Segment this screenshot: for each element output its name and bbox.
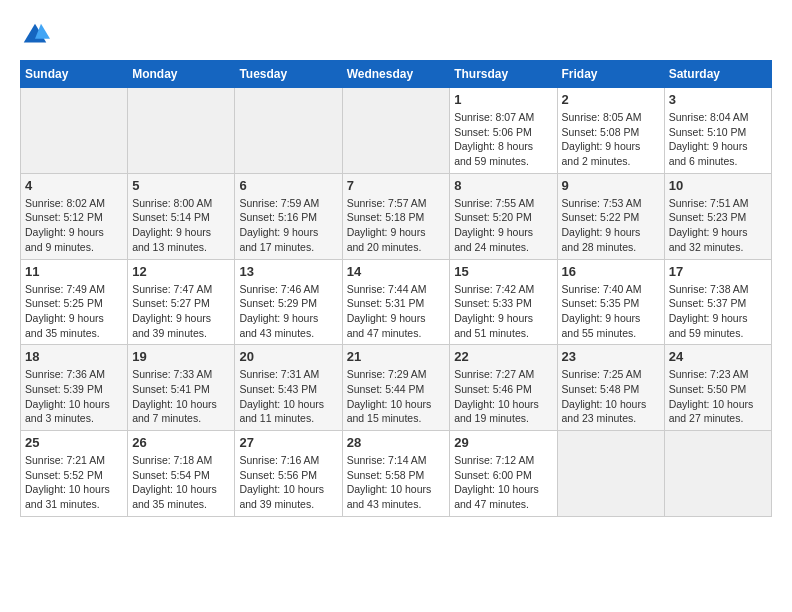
day-number: 16 (562, 264, 660, 279)
day-number: 12 (132, 264, 230, 279)
calendar-cell: 14Sunrise: 7:44 AM Sunset: 5:31 PM Dayli… (342, 259, 450, 345)
day-number: 26 (132, 435, 230, 450)
week-row-3: 18Sunrise: 7:36 AM Sunset: 5:39 PM Dayli… (21, 345, 772, 431)
calendar-cell: 10Sunrise: 7:51 AM Sunset: 5:23 PM Dayli… (664, 173, 771, 259)
day-header-saturday: Saturday (664, 61, 771, 88)
day-detail: Sunrise: 7:42 AM Sunset: 5:33 PM Dayligh… (454, 282, 552, 341)
day-number: 18 (25, 349, 123, 364)
day-number: 19 (132, 349, 230, 364)
calendar-cell: 3Sunrise: 8:04 AM Sunset: 5:10 PM Daylig… (664, 88, 771, 174)
day-detail: Sunrise: 7:33 AM Sunset: 5:41 PM Dayligh… (132, 367, 230, 426)
day-detail: Sunrise: 7:14 AM Sunset: 5:58 PM Dayligh… (347, 453, 446, 512)
calendar-cell (342, 88, 450, 174)
day-detail: Sunrise: 7:57 AM Sunset: 5:18 PM Dayligh… (347, 196, 446, 255)
day-detail: Sunrise: 7:40 AM Sunset: 5:35 PM Dayligh… (562, 282, 660, 341)
calendar-cell: 9Sunrise: 7:53 AM Sunset: 5:22 PM Daylig… (557, 173, 664, 259)
day-number: 2 (562, 92, 660, 107)
day-header-monday: Monday (128, 61, 235, 88)
day-detail: Sunrise: 7:46 AM Sunset: 5:29 PM Dayligh… (239, 282, 337, 341)
calendar-cell: 20Sunrise: 7:31 AM Sunset: 5:43 PM Dayli… (235, 345, 342, 431)
day-number: 17 (669, 264, 767, 279)
calendar-cell: 27Sunrise: 7:16 AM Sunset: 5:56 PM Dayli… (235, 431, 342, 517)
day-number: 27 (239, 435, 337, 450)
day-detail: Sunrise: 7:27 AM Sunset: 5:46 PM Dayligh… (454, 367, 552, 426)
calendar-cell: 7Sunrise: 7:57 AM Sunset: 5:18 PM Daylig… (342, 173, 450, 259)
day-number: 28 (347, 435, 446, 450)
week-row-2: 11Sunrise: 7:49 AM Sunset: 5:25 PM Dayli… (21, 259, 772, 345)
day-detail: Sunrise: 7:25 AM Sunset: 5:48 PM Dayligh… (562, 367, 660, 426)
calendar-cell: 17Sunrise: 7:38 AM Sunset: 5:37 PM Dayli… (664, 259, 771, 345)
calendar-cell: 12Sunrise: 7:47 AM Sunset: 5:27 PM Dayli… (128, 259, 235, 345)
day-detail: Sunrise: 7:21 AM Sunset: 5:52 PM Dayligh… (25, 453, 123, 512)
day-detail: Sunrise: 7:51 AM Sunset: 5:23 PM Dayligh… (669, 196, 767, 255)
day-detail: Sunrise: 7:23 AM Sunset: 5:50 PM Dayligh… (669, 367, 767, 426)
day-number: 20 (239, 349, 337, 364)
calendar-cell: 18Sunrise: 7:36 AM Sunset: 5:39 PM Dayli… (21, 345, 128, 431)
day-detail: Sunrise: 7:49 AM Sunset: 5:25 PM Dayligh… (25, 282, 123, 341)
day-number: 23 (562, 349, 660, 364)
day-detail: Sunrise: 7:38 AM Sunset: 5:37 PM Dayligh… (669, 282, 767, 341)
calendar-cell: 26Sunrise: 7:18 AM Sunset: 5:54 PM Dayli… (128, 431, 235, 517)
day-number: 25 (25, 435, 123, 450)
day-number: 6 (239, 178, 337, 193)
day-number: 10 (669, 178, 767, 193)
calendar-cell: 11Sunrise: 7:49 AM Sunset: 5:25 PM Dayli… (21, 259, 128, 345)
day-number: 22 (454, 349, 552, 364)
calendar-table: SundayMondayTuesdayWednesdayThursdayFrid… (20, 60, 772, 517)
day-number: 5 (132, 178, 230, 193)
day-detail: Sunrise: 7:31 AM Sunset: 5:43 PM Dayligh… (239, 367, 337, 426)
day-detail: Sunrise: 7:12 AM Sunset: 6:00 PM Dayligh… (454, 453, 552, 512)
calendar-cell (557, 431, 664, 517)
day-number: 4 (25, 178, 123, 193)
day-detail: Sunrise: 8:07 AM Sunset: 5:06 PM Dayligh… (454, 110, 552, 169)
calendar-cell: 13Sunrise: 7:46 AM Sunset: 5:29 PM Dayli… (235, 259, 342, 345)
day-header-wednesday: Wednesday (342, 61, 450, 88)
calendar-cell: 4Sunrise: 8:02 AM Sunset: 5:12 PM Daylig… (21, 173, 128, 259)
day-detail: Sunrise: 8:00 AM Sunset: 5:14 PM Dayligh… (132, 196, 230, 255)
calendar-cell: 16Sunrise: 7:40 AM Sunset: 5:35 PM Dayli… (557, 259, 664, 345)
day-number: 24 (669, 349, 767, 364)
day-number: 3 (669, 92, 767, 107)
day-number: 1 (454, 92, 552, 107)
day-number: 8 (454, 178, 552, 193)
day-detail: Sunrise: 7:36 AM Sunset: 5:39 PM Dayligh… (25, 367, 123, 426)
day-detail: Sunrise: 7:53 AM Sunset: 5:22 PM Dayligh… (562, 196, 660, 255)
day-detail: Sunrise: 7:29 AM Sunset: 5:44 PM Dayligh… (347, 367, 446, 426)
calendar-cell: 8Sunrise: 7:55 AM Sunset: 5:20 PM Daylig… (450, 173, 557, 259)
calendar-cell (128, 88, 235, 174)
day-number: 21 (347, 349, 446, 364)
calendar-cell: 29Sunrise: 7:12 AM Sunset: 6:00 PM Dayli… (450, 431, 557, 517)
calendar-cell (235, 88, 342, 174)
day-detail: Sunrise: 7:47 AM Sunset: 5:27 PM Dayligh… (132, 282, 230, 341)
day-number: 7 (347, 178, 446, 193)
calendar-cell: 1Sunrise: 8:07 AM Sunset: 5:06 PM Daylig… (450, 88, 557, 174)
week-row-1: 4Sunrise: 8:02 AM Sunset: 5:12 PM Daylig… (21, 173, 772, 259)
day-header-friday: Friday (557, 61, 664, 88)
logo (20, 20, 54, 50)
calendar-cell: 23Sunrise: 7:25 AM Sunset: 5:48 PM Dayli… (557, 345, 664, 431)
day-number: 13 (239, 264, 337, 279)
day-detail: Sunrise: 7:44 AM Sunset: 5:31 PM Dayligh… (347, 282, 446, 341)
calendar-cell: 15Sunrise: 7:42 AM Sunset: 5:33 PM Dayli… (450, 259, 557, 345)
calendar-cell: 21Sunrise: 7:29 AM Sunset: 5:44 PM Dayli… (342, 345, 450, 431)
day-detail: Sunrise: 7:18 AM Sunset: 5:54 PM Dayligh… (132, 453, 230, 512)
day-detail: Sunrise: 8:04 AM Sunset: 5:10 PM Dayligh… (669, 110, 767, 169)
day-number: 11 (25, 264, 123, 279)
logo-icon (20, 20, 50, 50)
calendar-cell: 22Sunrise: 7:27 AM Sunset: 5:46 PM Dayli… (450, 345, 557, 431)
calendar-cell (21, 88, 128, 174)
day-number: 14 (347, 264, 446, 279)
day-detail: Sunrise: 7:55 AM Sunset: 5:20 PM Dayligh… (454, 196, 552, 255)
calendar-cell: 25Sunrise: 7:21 AM Sunset: 5:52 PM Dayli… (21, 431, 128, 517)
day-detail: Sunrise: 8:02 AM Sunset: 5:12 PM Dayligh… (25, 196, 123, 255)
calendar-cell: 6Sunrise: 7:59 AM Sunset: 5:16 PM Daylig… (235, 173, 342, 259)
calendar-cell: 5Sunrise: 8:00 AM Sunset: 5:14 PM Daylig… (128, 173, 235, 259)
day-detail: Sunrise: 8:05 AM Sunset: 5:08 PM Dayligh… (562, 110, 660, 169)
day-detail: Sunrise: 7:59 AM Sunset: 5:16 PM Dayligh… (239, 196, 337, 255)
day-header-tuesday: Tuesday (235, 61, 342, 88)
calendar-cell: 28Sunrise: 7:14 AM Sunset: 5:58 PM Dayli… (342, 431, 450, 517)
day-header-sunday: Sunday (21, 61, 128, 88)
calendar-cell: 2Sunrise: 8:05 AM Sunset: 5:08 PM Daylig… (557, 88, 664, 174)
page-header (20, 20, 772, 50)
calendar-cell (664, 431, 771, 517)
